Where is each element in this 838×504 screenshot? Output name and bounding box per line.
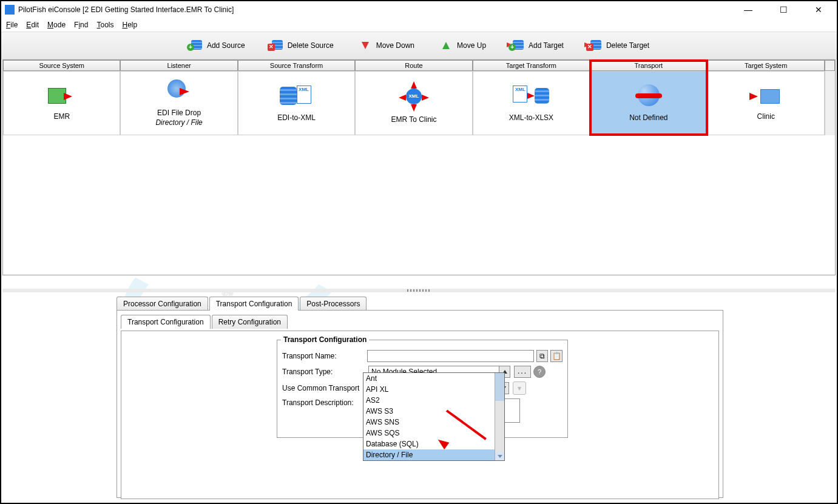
stage-source-system[interactable]: EMR — [3, 71, 120, 135]
stage-header-source-system[interactable]: Source System — [3, 60, 120, 71]
browse-button[interactable]: ... — [514, 366, 531, 378]
sub-tab-row: Transport Configuration Retry Configurat… — [121, 314, 719, 329]
add-source-button[interactable]: + Add Source — [185, 38, 249, 53]
stage-area: Source System Listener Source Transform … — [2, 59, 836, 275]
db-plus-arrow-icon: + — [510, 40, 525, 51]
horizontal-splitter[interactable] — [2, 289, 836, 292]
move-up-button[interactable]: Move Up — [435, 38, 490, 53]
chevron-down-icon — [498, 455, 502, 458]
move-down-button[interactable]: Move Down — [354, 38, 418, 53]
scroll-gutter-top — [825, 60, 835, 71]
use-common-transport-label: Use Common Transport — [282, 384, 368, 392]
app-icon — [5, 5, 15, 15]
window-title: PilotFish eiConsole [2 EDI Getting Start… — [18, 5, 736, 14]
stage-listener-label: EDI File Drop — [157, 109, 201, 117]
db-plus-icon: + — [189, 40, 203, 51]
stage-header-source-transform[interactable]: Source Transform — [238, 60, 355, 71]
arrow-down-icon — [358, 40, 373, 51]
listener-globe-icon — [165, 79, 193, 104]
menu-help[interactable]: Help — [122, 21, 137, 29]
stage-headers: Source System Listener Source Transform … — [3, 60, 835, 71]
toolbar: + Add Source ✕ Delete Source Move Down M… — [1, 32, 837, 59]
scrollbar-down-button[interactable] — [495, 452, 504, 460]
add-target-button[interactable]: + Add Target — [507, 38, 567, 53]
route-icon: XML — [399, 82, 429, 110]
stage-listener-sublabel: Directory / File — [155, 118, 202, 127]
dropdown-item-aws-sqs[interactable]: AWS SQS — [363, 428, 495, 438]
dropdown-item-directory-file[interactable]: Directory / File — [363, 449, 495, 460]
transport-description-label: Transport Description: — [282, 398, 368, 407]
dropdown-item-database-sql[interactable]: Database (SQL) — [363, 438, 495, 449]
minimize-button[interactable]: — — [736, 5, 760, 15]
stage-row: EMR EDI File Drop Directory / File XML E… — [3, 71, 835, 135]
add-source-label: Add Source — [207, 41, 245, 50]
menu-mode[interactable]: Mode — [47, 21, 66, 29]
menu-tools[interactable]: Tools — [96, 21, 113, 29]
menu-bar: File Edit Mode Find Tools Help — [1, 18, 837, 32]
stage-scrollbar[interactable] — [825, 71, 835, 135]
dropdown-item-api-xl[interactable]: API XL — [363, 384, 495, 395]
subtab-retry-config[interactable]: Retry Configuration — [212, 315, 288, 329]
common-transport-action-button[interactable]: ▾ — [513, 381, 526, 395]
transport-globe-icon — [635, 84, 662, 109]
chevron-down-icon: ▾ — [518, 384, 521, 392]
stage-transport[interactable]: Not Defined — [590, 71, 707, 135]
fieldset-legend: Transport Configuration — [281, 335, 369, 344]
transport-type-dropdown: Ant API XL AS2 AWS S3 AWS SNS AWS SQS Da… — [363, 372, 505, 461]
stage-header-route[interactable]: Route — [355, 60, 472, 71]
target-system-icon — [749, 86, 782, 107]
maximize-button[interactable]: ☐ — [771, 5, 796, 15]
menu-file[interactable]: File — [6, 21, 18, 29]
stage-header-listener[interactable]: Listener — [120, 60, 237, 71]
dropdown-items: Ant API XL AS2 AWS S3 AWS SNS AWS SQS Da… — [363, 373, 495, 460]
stage-target-system-label: Clinic — [757, 112, 775, 121]
scrollbar-thumb[interactable] — [495, 373, 504, 401]
xml-to-db-icon: XML — [512, 84, 550, 109]
stage-source-system-label: EMR — [53, 112, 70, 121]
tab-transport-config[interactable]: Transport Configuration — [209, 297, 299, 311]
copy-button[interactable]: ⧉ — [536, 350, 549, 362]
top-tab-row: Processor Configuration Transport Config… — [117, 296, 723, 311]
delete-source-button[interactable]: ✕ Delete Source — [266, 38, 337, 53]
transport-name-label: Transport Name: — [282, 352, 367, 360]
move-down-label: Move Down — [376, 41, 414, 50]
stage-source-transform[interactable]: XML EDI-to-XML — [238, 71, 355, 135]
db-to-xml-icon: XML — [279, 84, 315, 109]
stage-target-transform[interactable]: XML XML-to-XLSX — [473, 71, 590, 135]
arrow-up-icon — [439, 40, 453, 51]
stage-header-target-system[interactable]: Target System — [708, 60, 825, 71]
stage-route[interactable]: XML EMR To Clinic — [355, 71, 472, 135]
tab-processor-config[interactable]: Processor Configuration — [117, 297, 208, 311]
help-button[interactable]: ? — [533, 366, 546, 378]
stage-source-transform-label: EDI-to-XML — [277, 113, 316, 122]
stage-listener[interactable]: EDI File Drop Directory / File — [120, 71, 237, 135]
add-target-label: Add Target — [529, 41, 564, 50]
stage-target-system[interactable]: Clinic — [708, 71, 825, 135]
stage-route-label: EMR To Clinic — [391, 115, 436, 124]
copy-icon: ⧉ — [539, 352, 545, 360]
dropdown-item-ant[interactable]: Ant — [363, 373, 495, 384]
transport-type-label: Transport Type: — [282, 368, 368, 376]
paste-button[interactable]: 📋 — [550, 350, 563, 362]
close-button[interactable]: ✕ — [806, 5, 831, 15]
subtab-transport-config[interactable]: Transport Configuration — [121, 315, 211, 329]
tab-post-processors[interactable]: Post-Processors — [300, 297, 367, 311]
dropdown-item-aws-sns[interactable]: AWS SNS — [363, 417, 495, 428]
dropdown-scrollbar[interactable] — [495, 373, 504, 460]
move-up-label: Move Up — [457, 41, 486, 50]
menu-find[interactable]: Find — [74, 21, 88, 29]
delete-source-label: Delete Source — [288, 41, 334, 50]
stage-header-transport[interactable]: Transport — [590, 60, 707, 71]
stage-header-target-transform[interactable]: Target Transform — [473, 60, 590, 71]
transport-name-input[interactable] — [367, 350, 534, 362]
dropdown-item-as2[interactable]: AS2 — [363, 395, 495, 406]
db-delete-arrow-icon: ✕ — [588, 40, 603, 51]
db-delete-icon: ✕ — [269, 40, 284, 51]
dropdown-item-aws-s3[interactable]: AWS S3 — [363, 406, 495, 417]
emr-icon — [48, 86, 76, 107]
delete-target-button[interactable]: ✕ Delete Target — [584, 38, 653, 53]
menu-edit[interactable]: Edit — [26, 21, 39, 29]
stage-target-transform-label: XML-to-XLSX — [509, 113, 553, 122]
paste-icon: 📋 — [552, 352, 561, 360]
title-bar: PilotFish eiConsole [2 EDI Getting Start… — [1, 1, 837, 18]
